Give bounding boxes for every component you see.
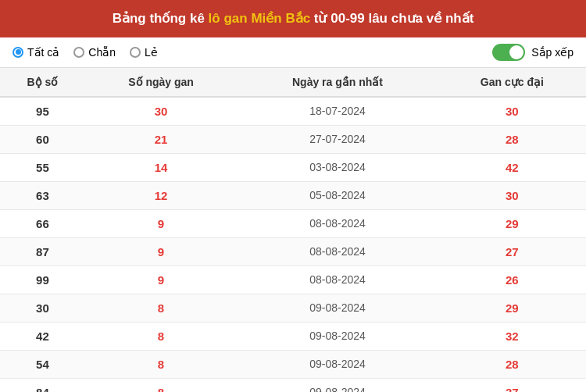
table-body: 95 30 18-07-2024 30 60 21 27-07-2024 28 … (0, 97, 586, 392)
filter-chan-label: Chẵn (88, 46, 116, 59)
filter-options: Tất cả Chẵn Lẻ (13, 46, 492, 59)
cell-date: 05-08-2024 (237, 181, 438, 209)
cell-boso: 42 (0, 322, 85, 350)
cell-date: 08-08-2024 (237, 265, 438, 294)
cell-date: 09-08-2024 (237, 294, 438, 322)
cell-ngaygan: 30 (85, 97, 237, 126)
cell-date: 08-08-2024 (237, 209, 438, 237)
table-row: 60 21 27-07-2024 28 (0, 125, 586, 153)
table-row: 55 14 03-08-2024 42 (0, 153, 586, 181)
filter-bar: Tất cả Chẵn Lẻ Sắp xếp (0, 37, 586, 68)
cell-boso: 99 (0, 265, 85, 294)
cell-ngaygan: 8 (85, 322, 237, 350)
cell-gancuchai: 32 (438, 322, 586, 350)
cell-gancuchai: 29 (438, 294, 586, 322)
header-title: Bảng thống kê lô gan Miền Bắc từ 00-99 l… (13, 9, 573, 28)
cell-ngaygan: 12 (85, 181, 237, 209)
filter-tatca[interactable]: Tất cả (13, 46, 59, 59)
data-table: Bộ số Số ngày gan Ngày ra gần nhất Gan c… (0, 68, 586, 392)
table-row: 99 9 08-08-2024 26 (0, 265, 586, 294)
cell-boso: 63 (0, 181, 85, 209)
filter-chan[interactable]: Chẵn (73, 46, 116, 59)
col-date-header: Ngày ra gần nhất (237, 68, 438, 97)
cell-date: 03-08-2024 (237, 153, 438, 181)
cell-ngaygan: 9 (85, 237, 237, 265)
radio-le-circle[interactable] (130, 47, 141, 58)
cell-gancuchai: 27 (438, 237, 586, 265)
cell-gancuchai: 30 (438, 97, 586, 126)
table-row: 95 30 18-07-2024 30 (0, 97, 586, 126)
cell-ngaygan: 8 (85, 294, 237, 322)
col-gancuchai-header: Gan cực đại (438, 68, 586, 97)
sort-label: Sắp xếp (531, 46, 573, 59)
cell-boso: 84 (0, 378, 85, 392)
table-row: 54 8 09-08-2024 28 (0, 350, 586, 378)
cell-boso: 54 (0, 350, 85, 378)
filter-le[interactable]: Lẻ (130, 46, 158, 59)
table-header-row: Bộ số Số ngày gan Ngày ra gần nhất Gan c… (0, 68, 586, 97)
cell-date: 09-08-2024 (237, 378, 438, 392)
cell-date: 18-07-2024 (237, 97, 438, 126)
cell-gancuchai: 26 (438, 265, 586, 294)
table-header: Bộ số Số ngày gan Ngày ra gần nhất Gan c… (0, 68, 586, 97)
cell-gancuchai: 28 (438, 125, 586, 153)
cell-gancuchai: 37 (438, 378, 586, 392)
cell-ngaygan: 8 (85, 378, 237, 392)
cell-date: 08-08-2024 (237, 237, 438, 265)
radio-chan-circle[interactable] (73, 47, 84, 58)
cell-gancuchai: 42 (438, 153, 586, 181)
cell-date: 09-08-2024 (237, 322, 438, 350)
cell-gancuchai: 29 (438, 209, 586, 237)
cell-ngaygan: 9 (85, 209, 237, 237)
radio-tatca-circle[interactable] (13, 47, 23, 58)
cell-boso: 55 (0, 153, 85, 181)
header-highlight: lô gan Miền Bắc (209, 11, 311, 26)
cell-date: 09-08-2024 (237, 350, 438, 378)
table-row: 42 8 09-08-2024 32 (0, 322, 586, 350)
table-row: 63 12 05-08-2024 30 (0, 181, 586, 209)
cell-boso: 87 (0, 237, 85, 265)
cell-gancuchai: 28 (438, 350, 586, 378)
sort-toggle-container: Sắp xếp (492, 44, 573, 61)
cell-ngaygan: 21 (85, 125, 237, 153)
table-row: 66 9 08-08-2024 29 (0, 209, 586, 237)
cell-ngaygan: 8 (85, 350, 237, 378)
filter-le-label: Lẻ (145, 46, 158, 59)
table-row: 87 9 08-08-2024 27 (0, 237, 586, 265)
header: Bảng thống kê lô gan Miền Bắc từ 00-99 l… (0, 0, 586, 37)
col-ngaygan-header: Số ngày gan (85, 68, 237, 97)
cell-ngaygan: 14 (85, 153, 237, 181)
table-row: 30 8 09-08-2024 29 (0, 294, 586, 322)
cell-boso: 30 (0, 294, 85, 322)
filter-tatca-label: Tất cả (27, 46, 59, 59)
cell-boso: 60 (0, 125, 85, 153)
cell-date: 27-07-2024 (237, 125, 438, 153)
toggle-switch[interactable] (492, 44, 525, 61)
col-boso-header: Bộ số (0, 68, 85, 97)
cell-boso: 66 (0, 209, 85, 237)
cell-ngaygan: 9 (85, 265, 237, 294)
table-row: 84 8 09-08-2024 37 (0, 378, 586, 392)
cell-gancuchai: 30 (438, 181, 586, 209)
cell-boso: 95 (0, 97, 85, 126)
